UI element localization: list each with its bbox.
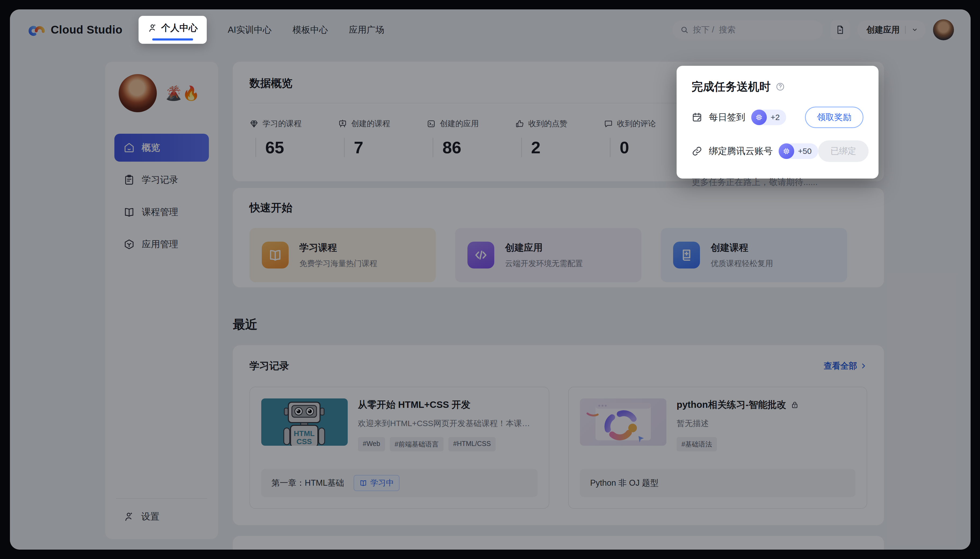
task-reward-popup: 完成任务送机时 每日签到 [677,66,879,179]
popup-title: 完成任务送机时 [692,79,770,94]
reward-value: +50 [798,147,811,156]
reward-value: +2 [770,113,780,122]
task-bind-account: 绑定腾讯云账号 +50 已绑定 [692,141,863,162]
calendar-icon [692,112,702,123]
task-daily-checkin: 每日签到 +2 领取奖励 [692,107,863,128]
question-circle-icon[interactable] [775,82,785,91]
reward-chip: +2 [751,109,786,125]
claim-reward-button[interactable]: 领取奖励 [805,107,863,128]
popup-footer-text: 更多任务正在路上，敬请期待...... [692,176,863,188]
tab-label: 个人中心 [161,22,198,34]
task-label: 每日签到 [709,111,745,124]
already-bound-button: 已绑定 [818,141,869,162]
active-tab-underline [152,38,193,41]
person-sparkle-icon [148,23,157,33]
task-label: 绑定腾讯云账号 [709,145,773,157]
cpu-chip-icon [778,143,794,159]
cpu-chip-icon [751,109,767,125]
tab-personal-center[interactable]: 个人中心 [139,16,207,44]
reward-chip: +50 [778,143,818,159]
app-window: Cloud Studio 个人中心 AI实训中心 模板中心 [10,9,971,550]
link-icon [692,146,702,157]
